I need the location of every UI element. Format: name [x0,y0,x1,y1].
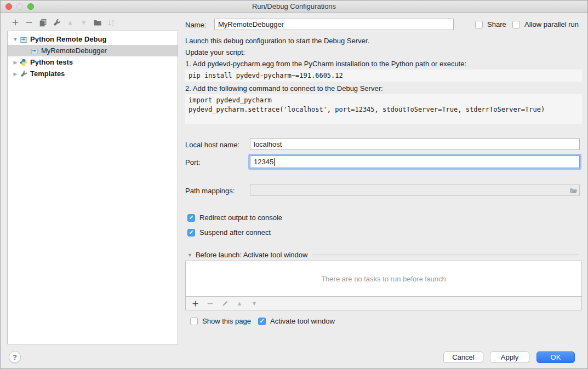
edit-task-button[interactable] [220,299,229,308]
remove-configuration-button[interactable] [25,18,33,27]
folder-icon[interactable] [569,187,578,194]
down-triangle-icon: ▼ [252,301,258,307]
plus-icon [192,300,199,307]
chevron-right-icon[interactable]: ▶ [12,60,19,65]
chevron-down-icon[interactable]: ▼ [12,37,19,42]
suspend-after-connect-label: Suspend after connect [199,228,271,237]
show-this-page-label: Show this page [202,317,251,325]
local-host-name-label: Local host name: [185,141,239,149]
move-down-button[interactable]: ▼ [79,18,88,27]
before-launch-tasks-list: There are no tasks to run before launch [185,261,582,297]
port-label: Port: [185,158,200,166]
run-debug-configurations-dialog: Run/Debug Configurations ▲ ▼ [0,0,588,369]
cancel-button[interactable]: Cancel [443,351,483,363]
text-cursor [274,158,275,166]
name-label: Name: [185,21,206,29]
remove-task-button[interactable] [205,299,214,308]
suspend-after-connect-checkbox[interactable] [187,229,195,237]
wrench-icon [53,19,61,27]
allow-parallel-run-checkbox[interactable] [512,21,520,28]
tree-item-label: MyRemoteDebugger [41,47,107,55]
copy-configuration-button[interactable] [38,18,47,27]
allow-parallel-run-checkbox-row: Allow parallel run [512,20,579,28]
redirect-output-checkbox[interactable] [187,214,195,222]
tree-item-python-tests[interactable]: ▶ Python tests [8,56,178,68]
move-task-down-button[interactable]: ▼ [250,299,259,308]
local-host-name-input[interactable] [250,139,580,150]
wrench-icon [20,70,27,78]
minimize-window-button[interactable] [16,3,23,10]
allow-parallel-run-label: Allow parallel run [524,20,579,28]
move-task-up-button[interactable]: ▲ [235,299,244,308]
tasks-toolbar: ▲ ▼ [185,297,582,310]
intro-text: Launch this debug configuration to start… [185,37,369,45]
tree-item-templates[interactable]: ▶ Templates [8,68,178,79]
sort-az-icon: a z [107,19,116,27]
show-this-page-checkbox[interactable] [190,318,198,325]
minus-icon [25,19,33,26]
ok-button[interactable]: OK [536,351,575,363]
pencil-icon [221,300,229,307]
titlebar: Run/Debug Configurations [1,1,587,13]
minus-icon [207,300,214,307]
activate-tool-window-checkbox[interactable] [258,318,266,325]
configurations-tree: ▼ Python Remote Debug MyRemoteDebugger ▶ [7,31,178,344]
code-line: import pydevd_pycharm [189,96,579,105]
before-launch-title: Before launch: Activate tool window [196,251,308,259]
suspend-after-connect-checkbox-row: Suspend after connect [187,228,271,237]
code-line: pydevd_pycharm.settrace('localhost', por… [189,105,579,114]
port-input[interactable]: 12345 [250,155,580,168]
help-question-icon: ? [13,353,17,361]
chevron-down-icon[interactable]: ▼ [187,252,192,258]
tree-item-label: Python Remote Debug [30,35,106,43]
new-folder-button[interactable] [93,18,102,27]
before-launch-section-header: ▼ Before launch: Activate tool window [187,251,579,259]
empty-tasks-text: There are no tasks to run before launch [321,275,446,283]
add-task-button[interactable] [191,299,199,308]
show-this-page-checkbox-row: Show this page [190,317,251,325]
share-label: Share [487,20,506,28]
help-button[interactable]: ? [9,351,21,363]
settrace-code-block: import pydevd_pycharm pydevd_pycharm.set… [185,94,582,124]
redirect-output-label: Redirect output to console [199,214,282,222]
path-mappings-input[interactable] [250,184,580,196]
folder-plus-icon [93,18,102,27]
remote-debug-icon [31,47,38,55]
activate-tool-window-checkbox-row: Activate tool window [258,317,335,325]
zoom-window-button[interactable] [27,3,34,10]
chevron-right-icon[interactable]: ▶ [12,71,19,77]
tree-item-label: Python tests [30,58,73,66]
tree-item-myremotedebugger[interactable]: MyRemoteDebugger [8,45,178,56]
add-configuration-button[interactable] [11,18,20,27]
step1-text: 1. Add pydevd-pycharm.egg from the PyCha… [185,60,466,68]
up-triangle-icon: ▲ [67,20,73,26]
plus-icon [12,19,19,26]
step2-text: 2. Add the following command to connect … [185,84,383,93]
update-script-text: Update your script: [185,48,245,56]
share-checkbox[interactable] [475,21,483,28]
python-icon [20,59,27,66]
pip-install-code-block: pip install pydevd-pycharm~=191.6605.12 [185,70,582,82]
close-window-button[interactable] [5,3,12,10]
up-triangle-icon: ▲ [237,301,243,307]
window-title: Run/Debug Configurations [1,1,587,12]
share-checkbox-row: Share [475,20,506,28]
configurations-toolbar: ▲ ▼ a z [11,18,116,27]
remote-debug-icon [20,36,27,43]
section-divider [312,255,579,255]
name-input[interactable] [214,19,454,30]
edit-templates-button[interactable] [52,18,61,27]
tree-item-label: Templates [30,70,65,78]
path-mappings-label: Path mappings: [185,187,235,195]
svg-text:z: z [112,22,113,26]
move-up-button[interactable]: ▲ [66,18,75,27]
port-value: 12345 [254,158,273,166]
down-triangle-icon: ▼ [81,20,87,26]
tree-item-python-remote-debug[interactable]: ▼ Python Remote Debug [8,33,178,45]
sort-alphabetically-button[interactable]: a z [107,18,116,27]
apply-button[interactable]: Apply [490,351,529,363]
redirect-output-checkbox-row: Redirect output to console [187,214,282,222]
copy-icon [39,19,47,27]
activate-tool-window-label: Activate tool window [270,317,335,325]
